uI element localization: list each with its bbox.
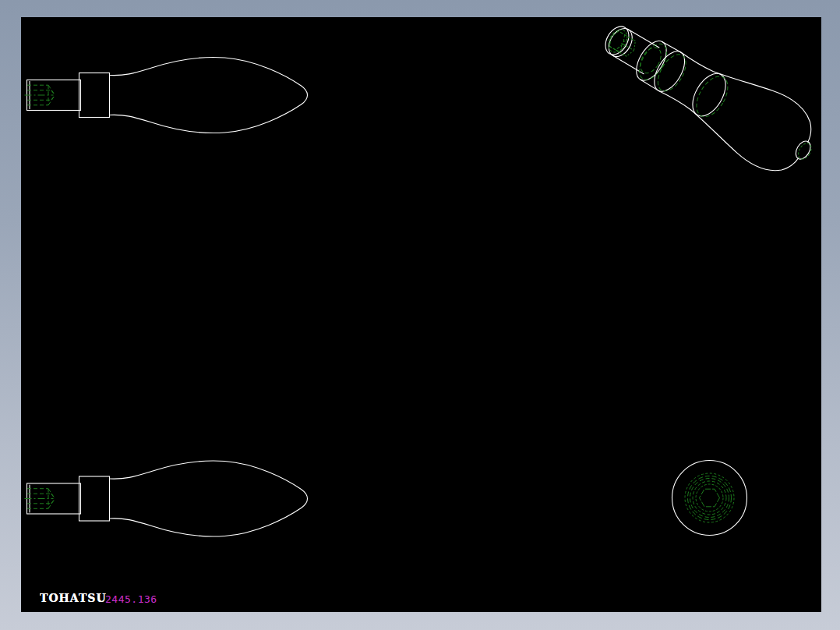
cad-viewer-window: TOHATSU 2445.136 bbox=[0, 0, 840, 630]
brand-label: TOHATSU bbox=[40, 592, 107, 605]
isometric-view bbox=[589, 17, 821, 186]
cad-drawing bbox=[21, 17, 821, 612]
side-view-bottom bbox=[25, 461, 308, 536]
side-view-top bbox=[25, 58, 308, 133]
part-number: 2445.136 bbox=[105, 593, 157, 605]
hex-socket-end-view bbox=[700, 489, 720, 507]
hex-socket-3d bbox=[605, 27, 640, 61]
drawing-canvas[interactable]: TOHATSU 2445.136 bbox=[21, 17, 821, 612]
end-view bbox=[672, 461, 747, 536]
